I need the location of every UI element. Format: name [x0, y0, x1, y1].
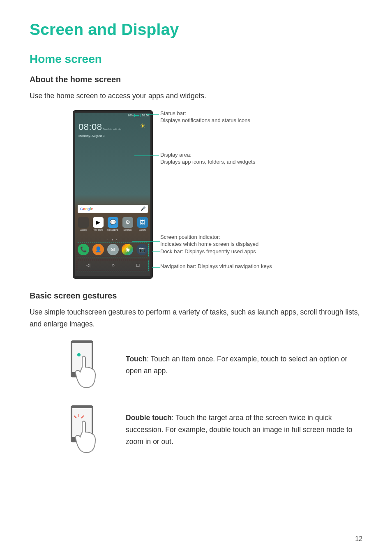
- status-bar: 68% 08:08: [75, 113, 150, 118]
- app-label: Play Store: [91, 229, 105, 231]
- app-label: Settings: [121, 229, 134, 231]
- app-item: Google: [76, 217, 90, 231]
- mic-icon: 🎤: [141, 206, 145, 211]
- messaging-icon: 💬: [108, 217, 118, 228]
- google-logo: Google: [80, 207, 93, 211]
- app-label: Messaging: [106, 229, 120, 231]
- phone-screen: 68% 08:08 08:08Touch to add city Monday,…: [75, 113, 150, 276]
- callout-title: Display area:: [160, 151, 255, 159]
- battery-icon: [134, 114, 141, 117]
- gesture-name: Touch: [126, 355, 147, 363]
- clock-date: Monday, August 8: [78, 134, 122, 138]
- battery-pct: 68%: [128, 114, 134, 117]
- section-heading: Home screen: [30, 53, 362, 66]
- svg-point-7: [77, 353, 81, 356]
- settings-icon: ⚙: [122, 217, 133, 228]
- callout-desc: Dock bar: Displays frequently used apps: [160, 248, 256, 255]
- gesture-name: Double touch: [126, 414, 172, 422]
- contacts-icon: 👤: [92, 244, 104, 255]
- back-icon: ◁: [86, 262, 90, 268]
- callout-title: Screen position indicator:: [160, 234, 258, 241]
- clock-time: 08:08: [78, 122, 102, 132]
- callout-dock: Dock bar: Displays frequently used apps: [160, 248, 256, 255]
- callout-desc: Navigation bar: Displays virtual navigat…: [160, 263, 272, 270]
- callout-nav: Navigation bar: Displays virtual navigat…: [160, 263, 272, 270]
- app-item: 🖼 Gallery: [136, 217, 149, 231]
- gesture-doubletouch-text: Double touch: Touch the target area of t…: [126, 412, 362, 448]
- camera-icon: 📷: [136, 244, 148, 255]
- page-title: Screen and Display: [30, 21, 362, 39]
- google-search-bar: Google 🎤: [78, 205, 148, 213]
- recent-icon: □: [136, 262, 139, 268]
- clock-addcity: Touch to add city: [103, 128, 122, 130]
- callout-desc: Indicates which home screen is displayed: [160, 240, 258, 248]
- dialer-icon: 📞: [78, 244, 89, 255]
- play-store-icon: ▶: [93, 217, 104, 228]
- callout-display: Display area: Displays app icons, folder…: [160, 151, 255, 166]
- callout-desc: Displays app icons, folders, and widgets: [160, 158, 255, 166]
- folder-icon: [78, 217, 89, 228]
- app-item: ▶ Play Store: [91, 217, 105, 231]
- subheading-about: About the home screen: [30, 75, 362, 84]
- email-icon: ✉: [107, 244, 119, 255]
- subheading-gestures: Basic screen gestures: [30, 291, 362, 301]
- gesture-doubletouch-row: Double touch: Touch the target area of t…: [30, 403, 362, 457]
- phone-frame: 68% 08:08 08:08Touch to add city Monday,…: [73, 110, 153, 279]
- callout-position: Screen position indicator: Indicates whi…: [160, 234, 258, 248]
- gallery-icon: 🖼: [137, 217, 148, 228]
- gestures-intro: Use simple touchscreen gestures to perfo…: [30, 306, 362, 330]
- clock-widget: 08:08Touch to add city Monday, August 8: [78, 122, 122, 138]
- gesture-desc: : Touch an item once. For example, touch…: [126, 355, 347, 375]
- weather-icon: ☀: [140, 122, 145, 130]
- app-item: 💬 Messaging: [106, 217, 120, 231]
- about-intro: Use the home screen to access your apps …: [30, 90, 362, 102]
- nav-bar: ◁ ○ □: [75, 262, 150, 268]
- app-item: ⚙ Settings: [121, 217, 134, 231]
- app-label: Gallery: [136, 229, 149, 231]
- dock-row: 📞 👤 ✉ ◉ 📷: [78, 244, 148, 255]
- callout-desc: Displays notifications and status icons: [160, 117, 250, 124]
- home-icon: ○: [112, 262, 115, 268]
- callout-statusbar: Status bar: Displays notifications and s…: [160, 110, 250, 124]
- app-label: Google: [76, 229, 90, 231]
- gesture-touch-row: Touch: Touch an item once. For example, …: [30, 338, 362, 392]
- gesture-doubletouch-icon: [67, 403, 112, 457]
- gesture-touch-icon: [67, 338, 112, 392]
- page-number: 12: [355, 535, 362, 543]
- chrome-icon: ◉: [122, 244, 133, 255]
- callout-title: Status bar:: [160, 110, 250, 117]
- gesture-touch-text: Touch: Touch an item once. For example, …: [126, 353, 362, 377]
- page: Screen and Display Home screen About the…: [0, 0, 392, 555]
- home-screen-figure: 68% 08:08 08:08Touch to add city Monday,…: [73, 110, 319, 279]
- app-row: Google ▶ Play Store 💬 Messaging ⚙ Settin…: [76, 217, 149, 231]
